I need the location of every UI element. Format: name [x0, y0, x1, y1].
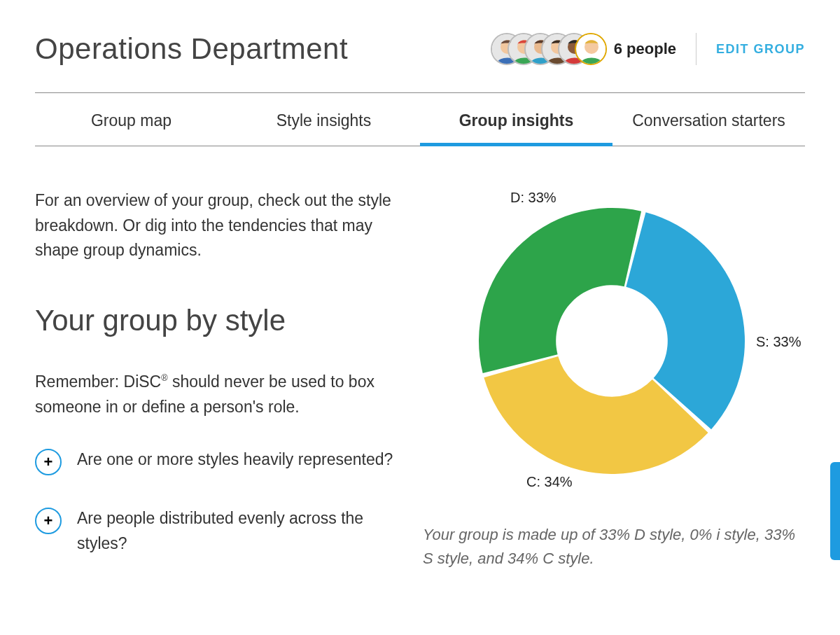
intro-text: For an overview of your group, check out…: [35, 188, 405, 263]
tab-group-insights[interactable]: Group insights: [420, 93, 612, 146]
remember-prefix: Remember: DiSC: [35, 372, 161, 391]
accordion-label: Are people distributed evenly across the…: [77, 506, 405, 556]
accordion-item[interactable]: + Are one or more styles heavily represe…: [35, 447, 405, 475]
plus-icon: +: [35, 449, 62, 475]
header-right: 6 people EDIT GROUP: [491, 33, 805, 65]
accordion-label: Are one or more styles heavily represent…: [77, 447, 393, 473]
remember-text: Remember: DiSC® should never be used to …: [35, 370, 405, 419]
slice-label-S: S: 33%: [756, 334, 801, 350]
section-heading: Your group by style: [35, 304, 405, 337]
side-handle[interactable]: [830, 462, 840, 560]
page-title: Operations Department: [35, 32, 348, 66]
tab-conversation-starters[interactable]: Conversation starters: [612, 93, 805, 146]
donut-svg: [479, 208, 745, 474]
slice-label-C: C: 34%: [526, 474, 573, 490]
tab-group-map[interactable]: Group map: [35, 93, 227, 146]
people-summary: 6 people: [491, 33, 676, 65]
people-count: 6 people: [614, 40, 676, 58]
registered-mark: ®: [161, 373, 167, 383]
plus-icon: +: [35, 508, 62, 534]
chart-caption: Your group is made up of 33% D style, 0%…: [419, 523, 805, 571]
tab-style-insights[interactable]: Style insights: [227, 93, 420, 146]
donut-chart: D: 33%S: 33%C: 34%: [444, 194, 780, 488]
slice-label-D: D: 33%: [510, 190, 556, 206]
accordion-item[interactable]: + Are people distributed evenly across t…: [35, 506, 405, 556]
avatar: [575, 33, 607, 65]
divider: [696, 33, 696, 65]
avatar-stack: [491, 33, 607, 65]
edit-group-link[interactable]: EDIT GROUP: [716, 42, 805, 57]
slice-D: [479, 208, 641, 373]
tab-bar: Group mapStyle insightsGroup insightsCon…: [35, 92, 805, 146]
